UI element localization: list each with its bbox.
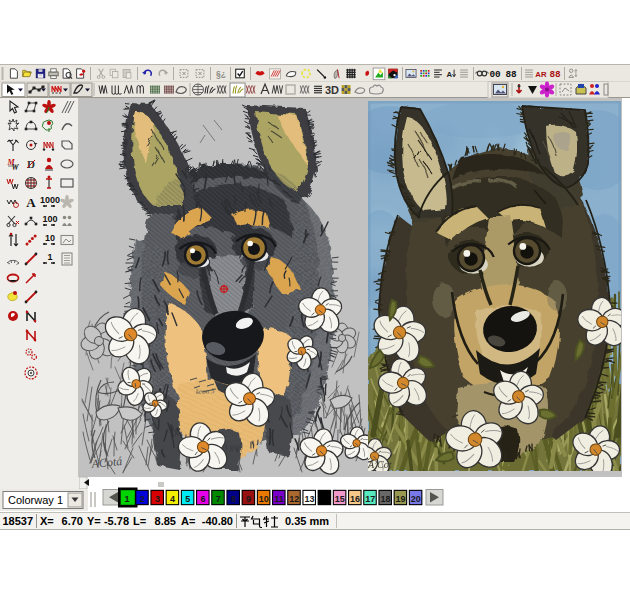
svg-text:8: 8 <box>231 494 236 504</box>
svg-text:10: 10 <box>259 494 269 504</box>
svg-text:Y=: Y= <box>87 515 101 527</box>
svg-text:9: 9 <box>246 494 251 504</box>
svg-text:16: 16 <box>350 494 360 504</box>
svg-text:§¿: §¿ <box>216 69 226 79</box>
svg-text:20: 20 <box>411 494 421 504</box>
svg-text:10: 10 <box>45 233 55 243</box>
svg-text:A: A <box>26 195 36 210</box>
svg-text:W: W <box>11 163 19 172</box>
svg-text:Colorway 1: Colorway 1 <box>8 494 63 506</box>
svg-text:0.35 mm: 0.35 mm <box>285 515 329 527</box>
svg-text:3: 3 <box>155 494 160 504</box>
svg-text:88: 88 <box>505 69 517 80</box>
svg-text:12: 12 <box>289 494 299 504</box>
svg-text:keon 5: keon 5 <box>196 387 215 396</box>
svg-text:1: 1 <box>47 252 52 262</box>
svg-text:1000: 1000 <box>40 195 60 205</box>
svg-text:17: 17 <box>365 494 375 504</box>
svg-text:5: 5 <box>185 494 190 504</box>
svg-text:00: 00 <box>489 69 501 80</box>
svg-text:A: A <box>447 70 453 79</box>
svg-text:1: 1 <box>124 494 129 504</box>
svg-text:X=: X= <box>40 515 54 527</box>
svg-text:L=: L= <box>133 515 146 527</box>
svg-text:-5.78: -5.78 <box>104 515 129 527</box>
svg-text:A=: A= <box>181 515 195 527</box>
svg-text:8.85: 8.85 <box>155 515 176 527</box>
svg-text:19: 19 <box>396 494 406 504</box>
svg-text:18537: 18537 <box>2 515 33 527</box>
svg-text:13: 13 <box>304 494 314 504</box>
svg-text:11: 11 <box>274 494 284 504</box>
svg-text:4: 4 <box>170 494 175 504</box>
svg-text:7: 7 <box>216 494 221 504</box>
svg-text:2: 2 <box>140 494 145 504</box>
svg-text:3D: 3D <box>325 84 339 96</box>
svg-text:88: 88 <box>549 69 561 80</box>
svg-text:100: 100 <box>42 214 57 224</box>
svg-text:-40.80: -40.80 <box>202 515 233 527</box>
svg-text:15: 15 <box>335 494 345 504</box>
svg-text:AR: AR <box>535 70 547 79</box>
svg-text:18: 18 <box>380 494 390 504</box>
svg-text:6.70: 6.70 <box>62 515 83 527</box>
svg-text:6: 6 <box>200 494 205 504</box>
svg-text:A’Cot: A’Cot <box>367 459 392 470</box>
